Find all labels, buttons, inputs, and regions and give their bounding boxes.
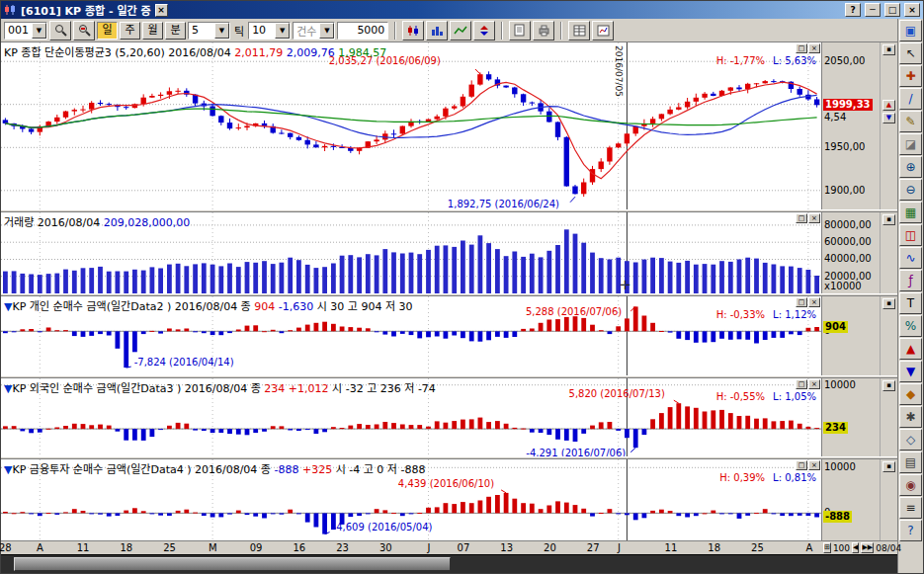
time-axis: 28A111825M09162330J07132027J111825A ⊞ 10… [1,540,897,554]
chart-style-candle-button[interactable] [402,21,424,41]
panel-maximize-button[interactable]: □ [796,297,807,307]
scroll-left-button[interactable]: ◀ [852,542,859,553]
panel-close-button[interactable]: × [808,379,820,389]
panel-settings-button[interactable]: ▪ [882,44,895,55]
save-icon[interactable]: ◇ [899,429,922,451]
expand-range-button[interactable]: ⊞ [823,542,831,553]
settings-icon[interactable]: ✱ [899,406,922,428]
hscroll-thumb[interactable] [14,557,451,571]
minute-value: 5 [189,24,214,37]
zoom-out-icon[interactable]: ⊖ [899,179,922,201]
candle-mode-icon[interactable]: ◫ [899,224,922,246]
xaxis-tick-label: 18 [708,542,720,553]
line-chart-icon [454,25,467,37]
xaxis-tick-label: 07 [458,542,470,553]
invest-plot[interactable]: 4,439 (2016/06/10)-4,609 (2016/05/04) ▼K… [1,459,822,540]
quote-grid-button[interactable] [568,21,590,41]
svg-text:-4,609 (2016/05/04): -4,609 (2016/05/04) [333,522,433,533]
capture-icon[interactable]: ◉ [899,474,922,496]
stock-code-combo[interactable]: 001 ▼ [4,22,47,40]
percent-tool-icon[interactable]: % [899,315,922,337]
tab-close-icon[interactable]: × [155,4,168,17]
price-chart-panel: 2,035,27 (2016/06/09)1,892,75 (2016/06/2… [1,42,897,209]
sort-updown-button[interactable] [473,21,495,41]
xaxis-tick-label: M [209,542,217,553]
eraser-tool-icon[interactable]: ◪ [899,133,922,155]
axis-tick-label: 2050,00 [824,56,865,66]
panel-close-button[interactable]: × [808,43,820,53]
bar-count-input[interactable] [337,22,388,40]
panel-maximize-button[interactable]: □ [796,213,807,223]
draw-tool-icon[interactable]: ✎ [899,111,922,132]
help-button[interactable]: ? [845,3,861,17]
up-signal-icon[interactable]: ▲ [899,338,922,360]
period-monthly-button[interactable]: 월 [142,22,163,40]
indicator-icon[interactable]: ƒ [899,270,922,291]
panel-maximize-button[interactable]: □ [796,43,807,53]
title-bar[interactable]: [6101] KP 종합 - 일간 증 × ? ─ □ × [1,1,923,19]
individual-plot[interactable]: 5,288 (2016/07/06)-7,824 (2016/04/14) ▼K… [1,296,822,375]
search-button[interactable] [49,21,71,41]
close-button[interactable]: × [904,3,920,17]
stock-info-search-button[interactable] [73,21,95,41]
xaxis-tick-label: J [618,542,621,553]
zoom-in-icon[interactable]: ⊕ [899,156,922,178]
last-date-label: 08/04 [876,543,901,553]
pointer-tool-icon[interactable]: ↖ [899,42,922,64]
svg-text:4,439 (2016/06/10): 4,439 (2016/06/10) [398,478,494,489]
help-icon[interactable]: ? [899,520,922,541]
maximize-button[interactable]: □ [884,3,900,17]
tick-combo[interactable]: 10 ▼ [248,22,291,40]
panel-close-button[interactable]: × [808,297,820,307]
axis-scroll-down-button[interactable]: ▼ [882,113,895,123]
print-icon[interactable]: ▤ [899,451,922,473]
panel-close-button[interactable]: × [808,213,820,223]
new-window-button[interactable] [509,21,531,41]
down-signal-icon[interactable]: ▼ [899,361,922,382]
panel-close-button[interactable]: × [808,460,820,470]
crosshair-tool-icon[interactable]: ✚ [899,65,922,87]
svg-text:-4,291 (2016/07/06): -4,291 (2016/07/06) [526,448,626,457]
individual-axis[interactable]: 0904 [822,296,880,375]
period-minute-button[interactable]: 분 [165,22,186,40]
foreign-plot[interactable]: 5,820 (2016/07/13)-4,291 (2016/07/06) ▼K… [1,378,822,457]
text-tool-icon[interactable]: T [899,292,922,314]
print-button[interactable] [533,21,554,41]
mini-chart-button[interactable] [592,21,614,41]
panel-maximize-button[interactable]: □ [796,460,807,470]
chevron-down-icon[interactable]: ▼ [275,23,290,39]
trendline-tool-icon[interactable]: / [899,88,922,110]
volume-axis[interactable]: 80000,0060000,0040000,0020000,00x10000 [822,212,880,293]
price-chart-plot[interactable]: 2,035,27 (2016/06/09)1,892,75 (2016/06/2… [1,42,822,209]
panel-settings-button[interactable]: ▪ [882,380,895,391]
scroll-right-button[interactable]: ▶▶ [861,542,874,553]
diamond-tool-icon[interactable]: ◆ [899,383,922,405]
volume-plot[interactable]: 거래량 2016/08/04 209,028,000,00 □ × ✛ [1,212,822,293]
list-icon[interactable]: ≡ [899,497,922,519]
horizontal-scrollbar[interactable] [1,554,897,573]
minimize-button[interactable]: ─ [865,3,881,17]
grid-icon[interactable]: ▦ [899,202,922,223]
invest-axis[interactable]: 100000-888 [822,459,880,540]
panel-settings-button[interactable]: ▪ [882,298,895,309]
panel-maximize-button[interactable]: □ [796,379,807,389]
chart-style-line-button[interactable] [450,21,471,41]
period-daily-button[interactable]: 일 [97,22,118,40]
xaxis-tick-label: 11 [665,542,678,553]
foreign-header: ▼KP 외국인 순매수 금액(일간Data3 ) 2016/08/04 종 23… [4,379,436,395]
price-axis[interactable]: 2050,002000,001950,001900,001999,334,54 [822,42,880,209]
axis-scroll-up-button[interactable]: ▲ [882,100,895,111]
axis-tick-label: 10000 [824,380,856,390]
line-mode-icon[interactable]: ∿ [899,247,922,269]
foreign-axis[interactable]: 100000234 [822,378,880,457]
chart-window-icon[interactable]: ▣ [899,20,922,41]
period-weekly-button[interactable]: 주 [120,22,140,40]
panel-settings-button[interactable]: ▪ [882,214,895,225]
search-icon [54,24,67,37]
chevron-down-icon[interactable]: ▼ [214,23,229,39]
chart-style-bar-button[interactable] [426,21,448,41]
xaxis-tick-label: 23 [336,542,349,553]
panel-settings-button[interactable]: ▪ [882,461,895,472]
chevron-down-icon[interactable]: ▼ [32,23,46,39]
minute-combo[interactable]: 5 ▼ [188,22,230,40]
